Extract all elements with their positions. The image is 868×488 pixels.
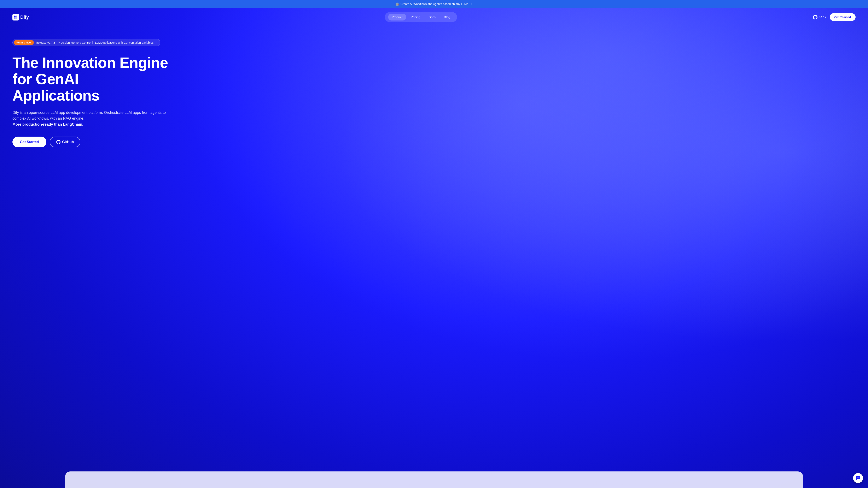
logo-icon [12,14,19,21]
nav-get-started-button[interactable]: Get Started [830,13,856,21]
bottom-card-preview [65,471,803,488]
hero-section: Dify Product Pricing Docs Blog 44.1k Get… [0,8,868,488]
hero-headline: The Innovation Engine for GenAI Applicat… [12,55,174,104]
announcement-icon: 🤖 [395,2,399,6]
svg-rect-1 [16,15,18,17]
announcement-arrow: → [469,2,473,6]
cta-buttons: Get Started GitHub [12,137,174,148]
release-text-content: Release v0.7.3 - Precision Memory Contro… [36,41,157,44]
hero-content: What's New Release v0.7.3 - Precision Me… [0,26,186,156]
announcement-link[interactable]: Create AI Workflows and Agents based on … [401,2,473,6]
headline-line2: Applications [12,87,99,104]
logo[interactable]: Dify [12,14,29,21]
svg-rect-2 [14,17,16,19]
hero-get-started-button[interactable]: Get Started [12,137,46,148]
chat-widget-icon [856,476,861,481]
headline-line1: The Innovation Engine for GenAI [12,55,168,87]
nav-item-blog[interactable]: Blog [440,14,454,21]
github-star-count: 44.1k [819,15,826,19]
announcement-text: Create AI Workflows and Agents based on … [401,2,468,6]
chat-widget[interactable] [853,473,863,483]
announcement-bar[interactable]: 🤖 Create AI Workflows and Agents based o… [0,0,868,8]
svg-rect-3 [16,17,18,19]
svg-rect-4 [856,476,860,479]
hero-github-button[interactable]: GitHub [50,137,81,148]
logo-text: Dify [20,14,29,20]
whats-new-badge: What's New [14,40,34,45]
nav-center: Product Pricing Docs Blog [385,12,457,22]
github-stars-link[interactable]: 44.1k [813,15,826,20]
hero-description-bold: More production-ready than LangChain. [12,122,83,126]
github-icon [813,15,817,20]
svg-rect-0 [14,15,16,17]
navbar: Dify Product Pricing Docs Blog 44.1k Get… [0,8,868,26]
nav-item-pricing[interactable]: Pricing [407,14,424,21]
hero-description: Dify is an open-source LLM app developme… [12,110,174,128]
nav-item-docs[interactable]: Docs [425,14,439,21]
release-text: Release v0.7.3 - Precision Memory Contro… [36,41,157,44]
github-btn-label: GitHub [62,140,74,144]
nav-right: 44.1k Get Started [813,13,856,21]
release-banner[interactable]: What's New Release v0.7.3 - Precision Me… [12,39,160,46]
github-btn-icon [56,140,60,144]
nav-item-product[interactable]: Product [388,14,406,21]
hero-description-text: Dify is an open-source LLM app developme… [12,110,166,121]
